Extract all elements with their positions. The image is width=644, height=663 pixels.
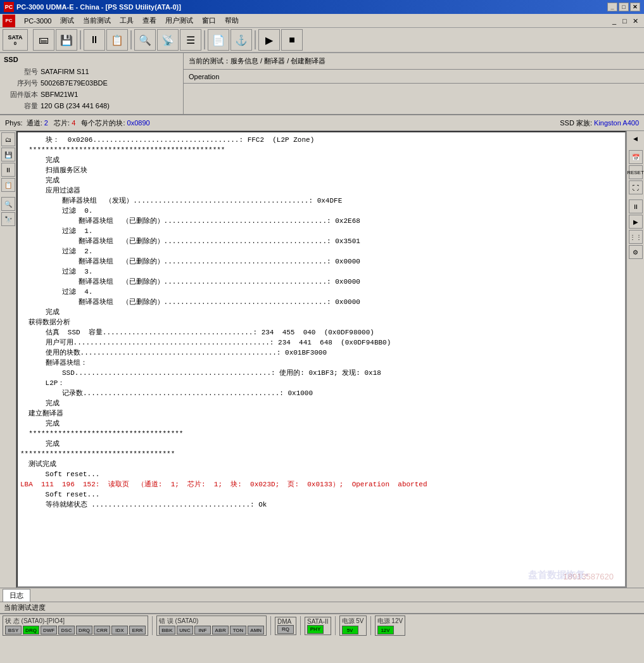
serial-val: 50026B7E79E03BDE xyxy=(41,77,108,89)
log-line: L2P： xyxy=(20,378,622,388)
led-phy: PHY xyxy=(307,625,324,634)
toolbar-stop[interactable]: ■ xyxy=(281,29,303,51)
log-line: 等待就绪状态 .................................… xyxy=(20,500,622,510)
menu-help[interactable]: 帮助 xyxy=(221,15,243,27)
toolbar-play[interactable]: ▶ xyxy=(258,29,280,51)
rt-btn-play2[interactable]: ▶ xyxy=(629,215,643,229)
menu-window[interactable]: 窗口 xyxy=(198,15,220,27)
err-led: ERR xyxy=(129,626,146,635)
menu-test[interactable]: 测试 xyxy=(56,15,78,27)
rt-btn-calendar[interactable]: 📅 xyxy=(629,150,643,164)
rt-btn-pause2[interactable]: ⏸ xyxy=(629,199,643,213)
rt-btn-dots[interactable]: ⋮⋮ xyxy=(629,230,643,244)
log-line: Soft reset... xyxy=(20,469,622,479)
blocks-key: 每个芯片的块: xyxy=(81,119,125,127)
ton-led: TON xyxy=(230,626,246,635)
rt-btn-expand[interactable]: ⛶ xyxy=(629,180,643,194)
menu-current-test[interactable]: 当前测试 xyxy=(79,15,115,27)
restore-button[interactable]: □ xyxy=(619,3,629,11)
toolbar-pause[interactable]: ⏸ xyxy=(84,29,105,51)
log-line: 完成 xyxy=(20,307,622,317)
status-group-state: 状 态 (SATA0)-[PIO4] BSY DRQ DWF DSC DRQ xyxy=(3,616,148,636)
dwf-led: DWF xyxy=(41,626,57,635)
log-line: 翻译器块组 （发现）..............................… xyxy=(20,196,622,206)
rt-btn-settings[interactable]: ⚙ xyxy=(629,245,643,259)
minimize-button[interactable]: _ xyxy=(607,3,617,11)
log-container: 块： 0x0206...............................… xyxy=(16,131,626,588)
menu-logo: PC xyxy=(3,15,15,27)
menu-appname[interactable]: PC-3000 xyxy=(20,16,55,26)
5v-led: 5V xyxy=(342,626,358,635)
log-line: 建立翻译器 xyxy=(20,408,622,419)
phy-led: PHY xyxy=(307,625,324,634)
led-unc: UNC xyxy=(177,626,193,635)
ct-btn-2[interactable]: 💾 xyxy=(1,148,15,161)
ct-btn-3[interactable]: ⏸ xyxy=(1,163,15,177)
log-line: 测试完成 xyxy=(20,459,622,469)
scroll-indicator: ◀ xyxy=(633,132,638,145)
log-line: 过滤 3. xyxy=(20,267,622,277)
log-line: 翻译器块组 （已删除的）............................… xyxy=(20,256,622,267)
led-dwf: DWF xyxy=(41,626,57,635)
sata-connector: SATA 0 xyxy=(3,29,28,51)
led-5v: 5V xyxy=(342,626,358,635)
type-key: 型号 xyxy=(6,66,38,77)
chips-key: 芯片: xyxy=(54,119,70,127)
dsc-led: DSC xyxy=(58,626,75,635)
tab-log[interactable]: 日志 xyxy=(3,589,30,602)
status-area: 状 态 (SATA0)-[PIO4] BSY DRQ DWF DSC DRQ xyxy=(0,613,644,637)
current-test-label: 当前的测试： xyxy=(189,56,230,66)
toolbar-btn-1[interactable]: 🖴 xyxy=(33,29,54,51)
menu-tools[interactable]: 工具 xyxy=(116,15,137,27)
sub-restore[interactable]: □ xyxy=(622,17,631,25)
serial-key: 序列号 xyxy=(6,77,38,89)
inf-led: INF xyxy=(194,626,211,635)
led-drq: DRQ xyxy=(23,626,39,635)
led-12v: 12V xyxy=(377,626,394,635)
log-line: 完成 xyxy=(20,398,622,408)
toolbar-btn-8[interactable]: 📄 xyxy=(208,29,229,51)
operation-label: Operation xyxy=(189,73,219,80)
log-area[interactable]: 块： 0x0206...............................… xyxy=(16,131,626,588)
sub-close[interactable]: ✕ xyxy=(633,17,641,25)
operation-bar: Operation xyxy=(184,70,644,84)
log-line: LBA 111 196 152: 读取页 （通道: 1; 芯片: 1; 块: 0… xyxy=(20,479,622,489)
log-line: 扫描服务区块 xyxy=(20,165,622,175)
toolbar-btn-4[interactable]: 📋 xyxy=(106,29,128,51)
rt-btn-reset[interactable]: RESET xyxy=(629,165,643,179)
toolbar-btn-2[interactable]: 💾 xyxy=(56,29,77,51)
log-line: 估真 SSD 容量...............................… xyxy=(20,327,622,338)
log-line: 翻译器块组 （已删除的）............................… xyxy=(20,297,622,307)
sub-minimize[interactable]: _ xyxy=(612,17,621,25)
ct-btn-4[interactable]: 📋 xyxy=(1,178,15,192)
status-group-dma: DMA RQ xyxy=(275,617,296,635)
capacity-key: 容量 xyxy=(6,100,38,111)
status-group-12v: 电源 12V 12V xyxy=(375,616,406,636)
close-button[interactable]: ✕ xyxy=(630,3,640,11)
ssd-detail: 型号 SATAFIRM S11 序列号 50026B7E79E03BDE 固件版… xyxy=(1,65,182,113)
log-line: 用户可用....................................… xyxy=(20,338,622,348)
ct-btn-5[interactable]: 🔍 xyxy=(1,197,15,211)
status-group-error: 错 误 (SATA0) BBK UNC INF ABR TON AM xyxy=(156,616,267,636)
toolbar-btn-9[interactable]: ⚓ xyxy=(230,29,252,51)
channel-val: 2 xyxy=(44,119,48,127)
log-line: 翻译器块组 （已删除的）............................… xyxy=(20,216,622,226)
toolbar-btn-5[interactable]: 🔍 xyxy=(134,29,156,51)
ct-btn-1[interactable]: 🗂 xyxy=(1,132,15,146)
menu-view[interactable]: 查看 xyxy=(139,15,160,27)
toolbar-btn-6[interactable]: 📡 xyxy=(157,29,179,51)
drq2-led: DRQ xyxy=(76,626,92,635)
menu-user-test[interactable]: 用户测试 xyxy=(161,15,197,27)
firmware-key: 固件版本 xyxy=(6,89,38,100)
led-bbk: BBK xyxy=(159,626,175,635)
content-tools: 🗂 💾 ⏸ 📋 🔍 🔭 xyxy=(0,131,16,588)
log-tabs: 日志 xyxy=(0,588,644,602)
log-line: Soft reset... xyxy=(20,489,622,500)
amn-led: AMN xyxy=(248,626,264,635)
toolbar-btn-7[interactable]: ☰ xyxy=(180,29,201,51)
5v-group-label: 电源 5V xyxy=(342,617,364,626)
led-drq2: DRQ xyxy=(76,626,92,635)
log-line: 过滤 2. xyxy=(20,246,622,256)
ct-btn-6[interactable]: 🔭 xyxy=(1,212,15,226)
log-line: 完成 xyxy=(20,419,622,429)
